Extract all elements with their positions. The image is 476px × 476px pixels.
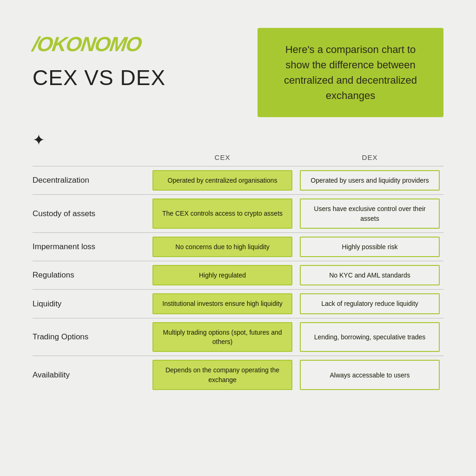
row-label: Impermanent loss	[33, 233, 149, 261]
dex-cell: Users have exclusive control over their …	[296, 195, 443, 232]
cex-value: Operated by centralized organisations	[152, 170, 292, 191]
cex-cell: Institutional investors ensure high liqu…	[149, 290, 296, 317]
row-label: Trading Options	[33, 318, 149, 356]
row-label: Regulations	[33, 261, 149, 289]
dex-header: DEX	[296, 153, 443, 164]
cex-header: CEX	[149, 153, 296, 164]
row-label: Availability	[33, 356, 149, 394]
table-row: Custody of assets The CEX controls acces…	[33, 194, 443, 232]
cex-cell: No concerns due to high liquidity	[149, 233, 296, 261]
cex-value: Depends on the company operating the exc…	[152, 360, 292, 390]
row-label: Liquidity	[33, 290, 149, 317]
table-row: Liquidity Institutional investors ensure…	[33, 289, 443, 317]
dex-cell: Operated by users and liquidity provider…	[296, 166, 443, 194]
cex-value: Multiply trading options (spot, futures …	[152, 322, 292, 352]
cex-cell: Operated by centralized organisations	[149, 166, 296, 194]
table-row: Decentralization Operated by centralized…	[33, 166, 443, 194]
dex-cell: Highly possible risk	[296, 233, 443, 261]
top-section: /OKONOMO CEX VS DEX Here's a comparison …	[33, 28, 443, 117]
dex-value: Highly possible risk	[300, 237, 440, 257]
dex-value: Lack of regulatory reduce liquidity	[300, 293, 440, 314]
column-headers: CEX DEX	[33, 153, 443, 164]
description-box: Here's a comparison chart to show the di…	[258, 28, 443, 117]
cex-cell: Highly regulated	[149, 261, 296, 289]
row-label: Decentralization	[33, 166, 149, 194]
cex-cell: The CEX controls access to crypto assets	[149, 195, 296, 232]
cex-value: No concerns due to high liquidity	[152, 237, 292, 257]
left-top: /OKONOMO CEX VS DEX	[33, 28, 239, 117]
table-row: Impermanent loss No concerns due to high…	[33, 232, 443, 261]
header-empty	[33, 153, 149, 164]
dex-cell: Lack of regulatory reduce liquidity	[296, 290, 443, 317]
row-label: Custody of assets	[33, 195, 149, 232]
cex-cell: Multiply trading options (spot, futures …	[149, 318, 296, 356]
table-row: Availability Depends on the company oper…	[33, 356, 443, 394]
cex-value: Institutional investors ensure high liqu…	[152, 293, 292, 314]
logo: /OKONOMO	[33, 33, 239, 56]
description-text: Here's a comparison chart to show the di…	[276, 42, 425, 103]
dex-value: Operated by users and liquidity provider…	[300, 170, 440, 191]
cex-value: The CEX controls access to crypto assets	[152, 198, 292, 229]
comparison-table: Decentralization Operated by centralized…	[33, 166, 443, 394]
cex-value: Highly regulated	[152, 265, 292, 285]
dex-cell: Lending, borrowing, speculative trades	[296, 318, 443, 356]
dex-value: Users have exclusive control over their …	[300, 198, 440, 229]
dex-cell: Always accessable to users	[296, 356, 443, 394]
dex-value: Lending, borrowing, speculative trades	[300, 322, 440, 352]
dex-value: Always accessable to users	[300, 360, 440, 390]
table-row: Regulations Highly regulated No KYC and …	[33, 261, 443, 289]
star-icon: ✦	[33, 131, 45, 149]
cex-cell: Depends on the company operating the exc…	[149, 356, 296, 394]
main-title: CEX VS DEX	[33, 65, 239, 90]
page-container: /OKONOMO CEX VS DEX Here's a comparison …	[0, 0, 476, 476]
dex-cell: No KYC and AML standards	[296, 261, 443, 289]
dex-value: No KYC and AML standards	[300, 265, 440, 285]
star-section: ✦	[33, 131, 443, 149]
table-row: Trading Options Multiply trading options…	[33, 318, 443, 356]
